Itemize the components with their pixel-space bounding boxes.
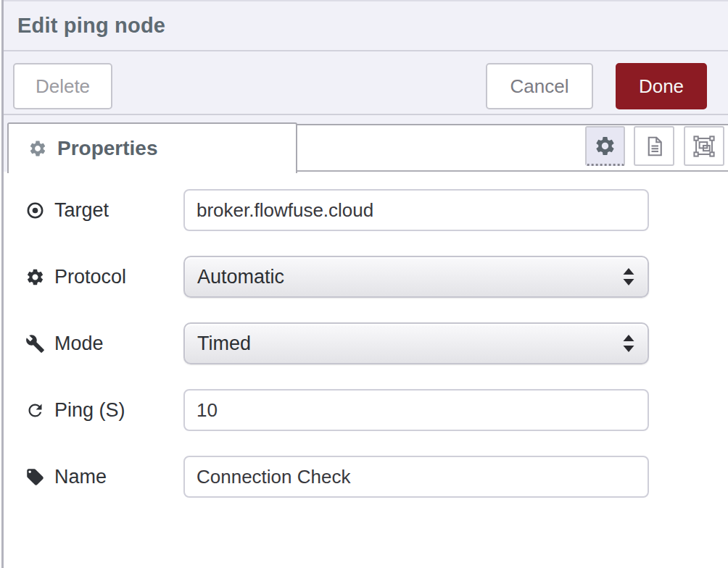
select-spinner-icon (621, 266, 637, 288)
protocol-label: Protocol (54, 266, 126, 288)
tag-icon (25, 467, 45, 487)
tray-title: Edit ping node (17, 14, 165, 38)
tab-properties-label: Properties (57, 137, 158, 160)
refresh-icon (25, 401, 45, 420)
cancel-button[interactable]: Cancel (486, 63, 593, 109)
protocol-label-group: Protocol (25, 266, 183, 288)
name-label-group: Name (25, 466, 183, 488)
mode-select[interactable]: Timed (183, 322, 649, 364)
gear-icon (28, 139, 47, 158)
delete-button[interactable]: Delete (13, 63, 112, 109)
ping-label: Ping (S) (54, 399, 125, 422)
target-input[interactable] (183, 189, 649, 231)
wrench-icon (25, 334, 45, 354)
form-row-ping: Ping (S) (25, 389, 649, 431)
tray-left-border (1, 0, 4, 568)
name-input[interactable] (183, 456, 649, 498)
tab-properties[interactable]: Properties (7, 122, 297, 173)
stack-button-description[interactable] (634, 126, 674, 166)
tray-header: Edit ping node (0, 0, 728, 51)
edit-node-tray: Edit ping node Delete Cancel Done Proper… (0, 0, 728, 568)
ping-input[interactable] (183, 389, 649, 431)
select-spinner-icon (621, 333, 637, 354)
ping-label-group: Ping (S) (25, 399, 183, 422)
stack-button-properties[interactable] (585, 126, 625, 166)
target-label: Target (54, 199, 109, 222)
appearance-icon (692, 135, 716, 158)
stack-button-appearance[interactable] (684, 126, 724, 166)
form-row-name: Name (25, 456, 649, 498)
protocol-select[interactable]: Automatic (183, 256, 649, 298)
form-row-protocol: Protocol Automatic (25, 256, 649, 298)
description-icon (643, 135, 665, 157)
tab-zone: Properties (0, 115, 728, 172)
done-button[interactable]: Done (616, 63, 707, 109)
mode-select-value: Timed (197, 333, 251, 355)
form-row-target: Target (25, 189, 649, 231)
target-label-group: Target (25, 199, 183, 222)
dot-circle-icon (25, 201, 45, 220)
gear-icon (594, 135, 616, 157)
mode-label-group: Mode (25, 333, 183, 355)
protocol-select-value: Automatic (197, 266, 284, 288)
name-label: Name (54, 466, 107, 488)
mode-label: Mode (54, 333, 104, 355)
gear-icon (25, 267, 45, 287)
form-row-mode: Mode Timed (25, 322, 649, 364)
tray-toolbar: Delete Cancel Done (0, 51, 728, 115)
